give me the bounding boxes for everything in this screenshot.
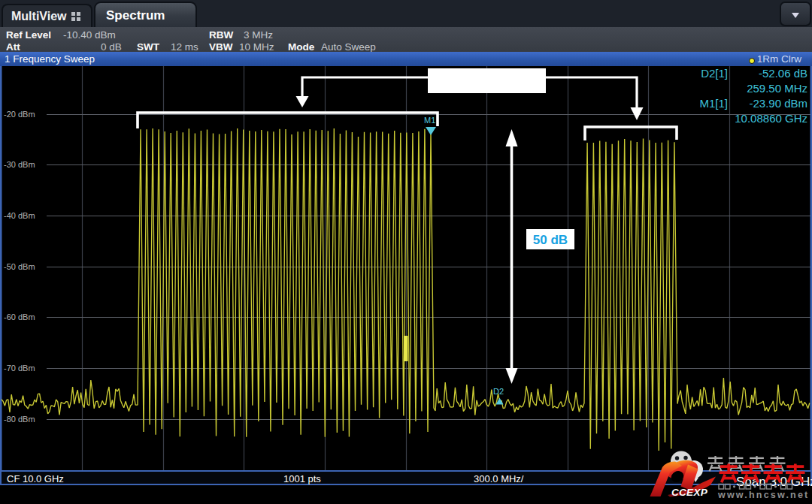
svg-text:-20 dBm: -20 dBm — [4, 110, 35, 119]
svg-text:CCEXP: CCEXP — [671, 487, 708, 498]
svg-text:-23.90 dBm: -23.90 dBm — [749, 97, 807, 110]
svg-text:-70 dBm: -70 dBm — [4, 364, 35, 373]
svg-text:259.50 MHz: 259.50 MHz — [747, 82, 807, 95]
svg-text:-52.06 dB: -52.06 dB — [759, 67, 807, 80]
svg-text:-60 dBm: -60 dBm — [4, 312, 35, 321]
svg-text:D2: D2 — [493, 387, 504, 396]
svg-text:D2[1]: D2[1] — [701, 67, 728, 80]
svg-text:-80 dBm: -80 dBm — [4, 415, 35, 424]
svg-text:M1[1]: M1[1] — [699, 97, 728, 110]
svg-text:-30 dBm: -30 dBm — [4, 160, 35, 169]
svg-text:www.hncsw.net: www.hncsw.net — [717, 490, 809, 500]
svg-text:M1: M1 — [424, 116, 435, 125]
svg-text:10.08860 GHz: 10.08860 GHz — [735, 112, 807, 125]
svg-text:50 dB: 50 dB — [533, 233, 568, 247]
svg-text:-50 dBm: -50 dBm — [4, 262, 35, 271]
svg-text:-40 dBm: -40 dBm — [4, 211, 35, 220]
